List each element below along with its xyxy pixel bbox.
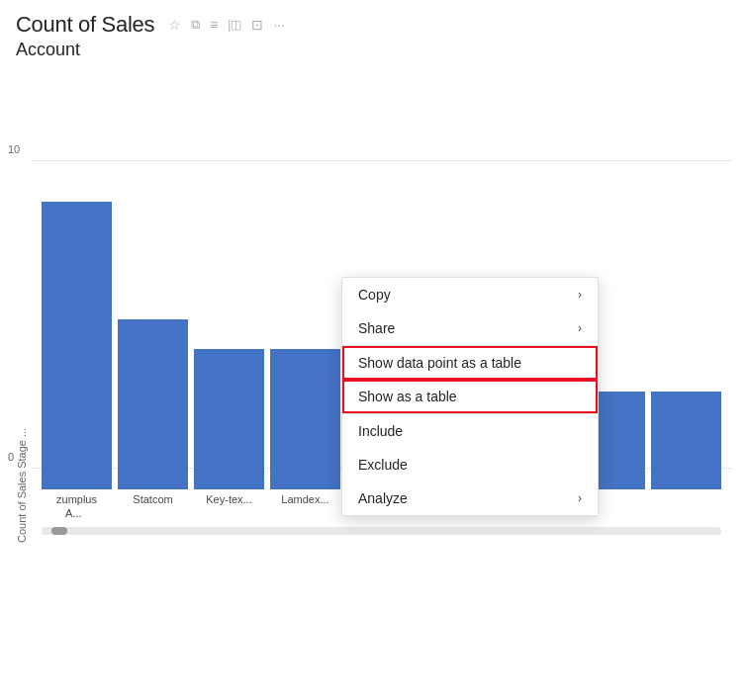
x-axis-label: Lamdex... (270, 493, 340, 505)
chevron-right-icon: › (578, 321, 582, 335)
chevron-right-icon: › (578, 288, 582, 302)
expand-icon[interactable]: ⊡ (249, 15, 265, 35)
more-icon[interactable]: ··· (271, 15, 287, 35)
focus-icon[interactable]: |◫ (226, 16, 243, 34)
bar-group[interactable] (118, 319, 188, 489)
menu-item-show-as-table[interactable]: Show as a table (342, 380, 598, 413)
menu-item-show-data-point[interactable]: Show data point as a table (342, 346, 598, 380)
menu-item-exclude[interactable]: Exclude (342, 448, 598, 481)
menu-item-include[interactable]: Include (342, 414, 598, 448)
bar[interactable] (270, 349, 340, 489)
bar[interactable] (194, 349, 264, 489)
chart-container: Count of Sales ☆ ⧉ ≡ |◫ ⊡ ··· Account Co… (0, 0, 747, 700)
y-tick-0: 0 (8, 451, 14, 463)
x-axis-label: Key-tex... (194, 493, 264, 505)
menu-item-label: Exclude (358, 457, 408, 473)
scrollbar-track[interactable] (42, 527, 721, 535)
bar-group[interactable] (42, 202, 112, 489)
bar-group[interactable] (194, 349, 264, 489)
menu-item-label: Include (358, 423, 403, 439)
y-tick-10: 10 (8, 143, 20, 155)
chart-header: Count of Sales ☆ ⧉ ≡ |◫ ⊡ ··· (16, 12, 731, 38)
menu-item-copy[interactable]: Copy› (342, 278, 598, 311)
context-menu: Copy›Share›Show data point as a tableSho… (341, 277, 599, 516)
chart-subtitle: Account (16, 40, 731, 60)
filter-icon[interactable]: ≡ (208, 15, 220, 35)
menu-item-label: Copy (358, 287, 391, 303)
copy-icon[interactable]: ⧉ (189, 15, 202, 35)
menu-item-share[interactable]: Share› (342, 311, 598, 345)
menu-item-analyze[interactable]: Analyze› (342, 481, 598, 515)
star-icon[interactable]: ☆ (166, 15, 183, 35)
chevron-right-icon: › (578, 491, 582, 505)
menu-item-label: Show data point as a table (358, 355, 521, 371)
menu-item-label: Analyze (358, 490, 408, 506)
chart-title: Count of Sales (16, 12, 154, 38)
header-icons: ☆ ⧉ ≡ |◫ ⊡ ··· (166, 15, 287, 35)
y-axis-label: Count of Sales Stage ... (16, 68, 28, 543)
bar-group[interactable] (651, 392, 721, 489)
bar[interactable] (118, 319, 188, 489)
x-axis-label: zumplus (42, 493, 112, 505)
menu-item-label: Share (358, 320, 395, 336)
bar-group[interactable] (270, 349, 340, 489)
x-axis-label (651, 493, 721, 505)
x-axis-label: Statcom (118, 493, 188, 505)
scrollbar-thumb[interactable] (51, 527, 67, 535)
bar[interactable] (42, 202, 112, 489)
bar[interactable] (651, 392, 721, 489)
menu-item-label: Show as a table (358, 389, 457, 404)
